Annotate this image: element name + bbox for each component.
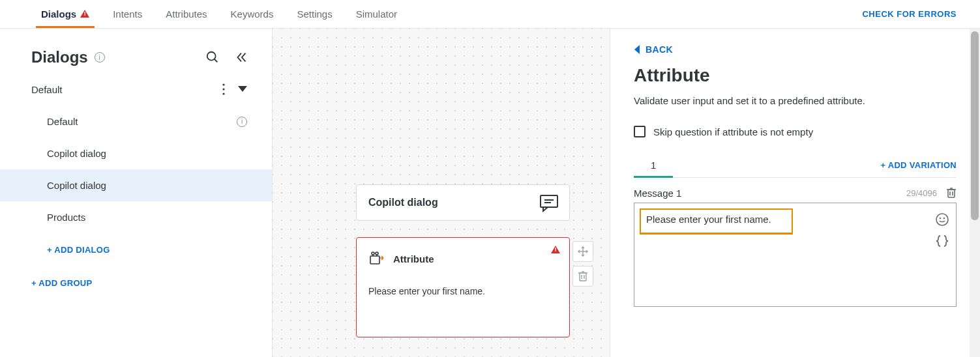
variation-tab-1[interactable]: 1: [634, 153, 673, 177]
emoji-icon[interactable]: [935, 212, 949, 227]
svg-point-28: [940, 218, 941, 219]
svg-point-0: [207, 52, 216, 61]
svg-point-4: [222, 93, 224, 94]
svg-rect-6: [541, 195, 557, 207]
panel-heading: Attribute: [634, 65, 957, 86]
attribute-node-title: Attribute: [393, 253, 434, 264]
message-label: Message 1: [634, 188, 681, 199]
attribute-node-body: Please enter your first name.: [368, 266, 557, 296]
svg-point-3: [222, 88, 224, 90]
tab-dialogs[interactable]: Dialogs: [29, 0, 101, 28]
sidebar-title-text: Dialogs: [31, 48, 88, 66]
top-nav: Dialogs Intents Attributes Keywords Sett…: [0, 0, 980, 29]
back-arrow-icon: [634, 45, 640, 54]
info-icon[interactable]: i: [237, 117, 247, 127]
tab-label: Simulator: [356, 8, 397, 20]
check-for-errors-link[interactable]: CHECK FOR ERRORS: [862, 0, 980, 28]
tab-simulator[interactable]: Simulator: [344, 0, 409, 28]
chevron-down-icon[interactable]: [238, 86, 247, 93]
svg-rect-22: [948, 190, 955, 197]
attribute-node-icon: [368, 251, 385, 266]
skip-question-row: Skip question if attribute is not empty: [634, 126, 957, 137]
variation-tabs: 1 + ADD VARIATION: [634, 153, 957, 178]
delete-message-button[interactable]: [946, 187, 957, 199]
message-tools: [935, 212, 949, 248]
add-dialog-button[interactable]: + ADD DIALOG: [0, 233, 272, 266]
message-header: Message 1 29/4096: [634, 187, 957, 199]
sidebar-title: Dialogs i: [31, 48, 105, 66]
svg-rect-16: [580, 273, 586, 281]
tab-intents[interactable]: Intents: [101, 0, 154, 28]
content: Dialogs i Default: [0, 29, 980, 357]
message-editor[interactable]: Please enter your first name.: [634, 203, 957, 307]
add-group-button[interactable]: + ADD GROUP: [0, 266, 272, 300]
dialog-label: Copilot dialog: [47, 148, 247, 159]
more-icon[interactable]: [222, 83, 225, 95]
properties-panel: BACK Attribute Validate user input and s…: [610, 29, 980, 357]
tab-label: Attributes: [166, 8, 207, 20]
canvas[interactable]: Copilot dialog Attribute Please enter yo…: [273, 29, 610, 357]
back-button[interactable]: BACK: [634, 44, 957, 55]
tab-settings[interactable]: Settings: [285, 0, 344, 28]
svg-marker-21: [634, 45, 640, 54]
message-char-count: 29/4096: [906, 188, 937, 198]
chat-icon: [539, 194, 559, 212]
scrollbar[interactable]: [970, 29, 980, 357]
tab-label: Dialogs: [41, 8, 76, 20]
search-icon[interactable]: [205, 50, 220, 64]
group-label: Default: [31, 84, 222, 95]
delete-node-button[interactable]: [572, 266, 593, 287]
svg-point-11: [376, 252, 378, 255]
attribute-node[interactable]: Attribute Please enter your first name.: [356, 237, 570, 337]
svg-point-2: [222, 83, 224, 85]
tab-keywords[interactable]: Keywords: [219, 0, 286, 28]
tab-label: Keywords: [231, 8, 274, 20]
move-node-button[interactable]: [572, 241, 593, 262]
tab-attributes[interactable]: Attributes: [154, 0, 218, 28]
canvas-column: Copilot dialog Attribute Please enter yo…: [273, 29, 610, 357]
dialog-row-default[interactable]: Default i: [0, 106, 272, 137]
svg-point-29: [944, 218, 945, 219]
node-side-buttons: [572, 241, 593, 287]
svg-line-1: [215, 59, 218, 63]
svg-point-27: [936, 214, 948, 225]
warning-icon: [80, 8, 89, 20]
dialog-row-copilot-1[interactable]: Copilot dialog: [0, 137, 272, 169]
svg-rect-9: [370, 256, 379, 264]
skip-question-checkbox[interactable]: [634, 126, 646, 137]
nav-tabs: Dialogs Intents Attributes Keywords Sett…: [29, 0, 409, 28]
dialog-label: Copilot dialog: [47, 180, 247, 191]
braces-icon[interactable]: [935, 235, 949, 248]
svg-point-10: [372, 252, 374, 255]
dialog-label: Products: [47, 212, 247, 223]
dialog-label: Default: [47, 116, 237, 127]
tab-label: Intents: [113, 8, 142, 20]
svg-marker-5: [238, 86, 247, 92]
back-label: BACK: [646, 44, 673, 55]
dialog-row-products[interactable]: Products: [0, 201, 272, 233]
dialog-title-node[interactable]: Copilot dialog: [356, 184, 570, 221]
dialog-row-copilot-2[interactable]: Copilot dialog: [0, 169, 272, 201]
panel-description: Validate user input and set it to a pred…: [634, 95, 957, 106]
add-variation-button[interactable]: + ADD VARIATION: [880, 160, 957, 170]
sidebar: Dialogs i Default: [0, 29, 273, 357]
message-text-input[interactable]: Please enter your first name.: [640, 208, 793, 235]
tab-label: Settings: [297, 8, 332, 20]
info-icon[interactable]: i: [95, 52, 105, 63]
sidebar-header: Dialogs i: [0, 29, 272, 73]
warning-icon: [551, 244, 560, 255]
collapse-icon[interactable]: [234, 50, 248, 64]
dialog-title-text: Copilot dialog: [368, 197, 438, 208]
group-row-default[interactable]: Default: [0, 73, 272, 106]
skip-question-label: Skip question if attribute is not empty: [653, 126, 813, 137]
